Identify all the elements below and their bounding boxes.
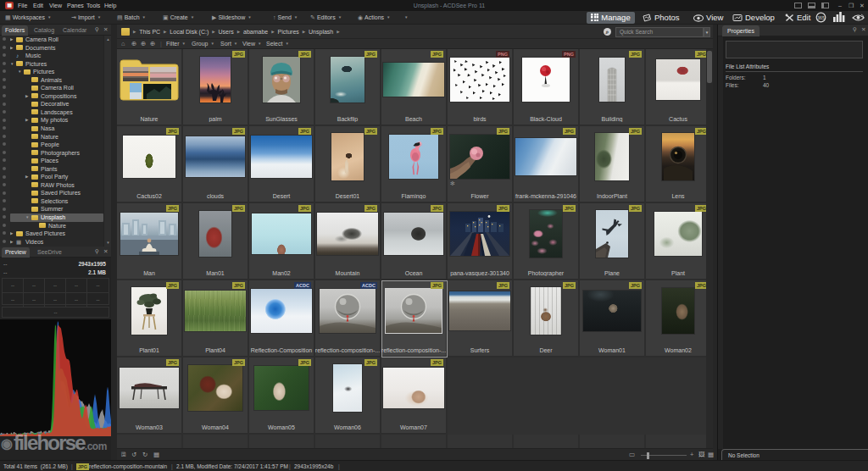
svg-text:365: 365 (817, 15, 825, 20)
